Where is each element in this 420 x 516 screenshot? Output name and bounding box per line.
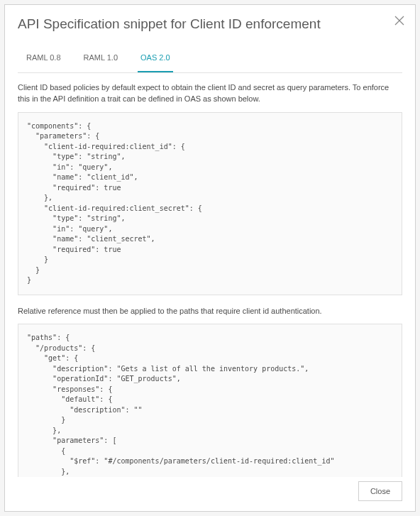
intro-paragraph: Client ID based policies by default expe… <box>18 82 402 105</box>
close-button[interactable]: Close <box>358 481 402 501</box>
tab-raml-10[interactable]: RAML 1.0 <box>81 52 121 72</box>
modal-title: API Specification snippet for Client ID … <box>18 16 402 32</box>
modal-footer: Close <box>5 477 415 511</box>
tab-bar: RAML 0.8 RAML 1.0 OAS 2.0 <box>18 52 402 73</box>
code-block-paths: "paths": { "/products": { "get": { "desc… <box>18 324 402 477</box>
modal-api-spec-snippet: API Specification snippet for Client ID … <box>4 4 416 512</box>
modal-content: RAML 0.8 RAML 1.0 OAS 2.0 Client ID base… <box>5 52 415 477</box>
code-block-components: "components": { "parameters": { "client-… <box>18 112 402 295</box>
modal-header: API Specification snippet for Client ID … <box>5 5 415 52</box>
mid-paragraph: Relative reference must then be applied … <box>18 305 402 317</box>
close-icon[interactable] <box>394 15 405 26</box>
tab-raml-08[interactable]: RAML 0.8 <box>23 52 64 72</box>
tab-oas-20[interactable]: OAS 2.0 <box>138 52 173 72</box>
